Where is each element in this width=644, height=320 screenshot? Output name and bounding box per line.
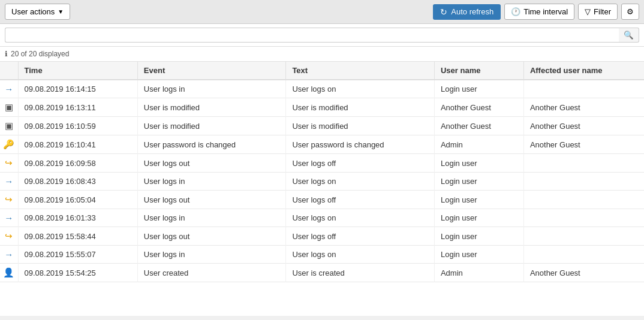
- user-actions-button[interactable]: User actions ▼: [5, 4, 70, 20]
- cell-event: User created: [137, 264, 286, 282]
- auto-refresh-label: Auto refresh: [451, 7, 493, 16]
- gear-icon: ⚙: [627, 7, 634, 16]
- cell-event: User logs in: [137, 80, 286, 98]
- col-affected: Affected user name: [523, 62, 644, 80]
- cell-text: User logs on: [286, 209, 435, 227]
- cell-event: User is modified: [137, 98, 286, 117]
- clock-icon: 🕐: [511, 7, 520, 16]
- filter-label: Filter: [594, 7, 611, 16]
- col-event: Event: [137, 62, 286, 80]
- cell-user: Admin: [434, 135, 523, 154]
- cell-user: Login user: [434, 154, 523, 173]
- cell-user: Login user: [434, 209, 523, 227]
- cell-user: Login user: [434, 80, 523, 98]
- filter-icon: ▽: [585, 7, 591, 16]
- cell-affected: Another Guest: [523, 135, 644, 154]
- search-input[interactable]: [5, 28, 619, 43]
- info-bar: ℹ 20 of 20 displayed: [0, 47, 644, 62]
- cell-affected: Another Guest: [523, 98, 644, 117]
- modified-icon: ▣: [0, 98, 18, 117]
- table-header: Time Event Text User name Affected user …: [0, 62, 644, 80]
- toolbar-right: ↻ Auto refresh 🕐 Time interval ▽ Filter …: [433, 4, 639, 20]
- cell-affected: Another Guest: [523, 117, 644, 135]
- cell-event: User logs in: [137, 246, 286, 264]
- user-actions-label: User actions: [11, 7, 55, 16]
- cell-affected: [523, 80, 644, 98]
- toolbar-left: User actions ▼: [5, 4, 429, 20]
- time-interval-button[interactable]: 🕐 Time interval: [504, 4, 574, 20]
- table-row: ↪ 09.08.2019 16:09:58 User logs out User…: [0, 154, 644, 173]
- cell-text: User password is changed: [286, 135, 435, 154]
- cell-event: User logs out: [137, 191, 286, 209]
- login-icon: →: [0, 209, 18, 227]
- table-row: 👤 09.08.2019 15:54:25 User created User …: [0, 264, 644, 282]
- table-row: ↪ 09.08.2019 16:05:04 User logs out User…: [0, 191, 644, 209]
- table-row: ↪ 09.08.2019 15:58:44 User logs out User…: [0, 227, 644, 246]
- cell-text: User logs off: [286, 191, 435, 209]
- logout-icon: ↪: [0, 227, 18, 246]
- col-text: Text: [286, 62, 435, 80]
- cell-user: Login user: [434, 191, 523, 209]
- table-row: → 09.08.2019 16:01:33 User logs in User …: [0, 209, 644, 227]
- table-row: 🔑 09.08.2019 16:10:41 User password is c…: [0, 135, 644, 154]
- search-icon: 🔍: [624, 31, 634, 40]
- cell-user: Login user: [434, 227, 523, 246]
- filter-button[interactable]: ▽ Filter: [578, 4, 618, 20]
- table-row: → 09.08.2019 16:08:43 User logs in User …: [0, 173, 644, 191]
- cell-time: 09.08.2019 16:13:11: [18, 98, 137, 117]
- cell-time: 09.08.2019 16:10:59: [18, 117, 137, 135]
- cell-time: 09.08.2019 16:08:43: [18, 173, 137, 191]
- password-icon: 🔑: [0, 135, 18, 154]
- cell-event: User logs in: [137, 209, 286, 227]
- cell-text: User logs on: [286, 80, 435, 98]
- login-icon: →: [0, 173, 18, 191]
- cell-event: User logs out: [137, 227, 286, 246]
- cell-time: 09.08.2019 16:05:04: [18, 191, 137, 209]
- table-row: → 09.08.2019 15:55:07 User logs in User …: [0, 246, 644, 264]
- cell-text: User is modified: [286, 98, 435, 117]
- logout-icon: ↪: [0, 154, 18, 173]
- search-bar: 🔍: [0, 24, 644, 47]
- cell-time: 09.08.2019 16:10:41: [18, 135, 137, 154]
- cell-time: 09.08.2019 16:01:33: [18, 209, 137, 227]
- cell-user: Admin: [434, 264, 523, 282]
- display-count: 20 of 20 displayed: [11, 50, 69, 58]
- table-row: → 09.08.2019 16:14:15 User logs in User …: [0, 80, 644, 98]
- cell-time: 09.08.2019 15:58:44: [18, 227, 137, 246]
- cell-event: User is modified: [137, 117, 286, 135]
- cell-user: Login user: [434, 173, 523, 191]
- cell-text: User logs off: [286, 154, 435, 173]
- table-wrapper: Time Event Text User name Affected user …: [0, 62, 644, 316]
- cell-text: User logs on: [286, 246, 435, 264]
- col-user: User name: [434, 62, 523, 80]
- login-icon: →: [0, 246, 18, 264]
- cell-text: User is created: [286, 264, 435, 282]
- auto-refresh-button[interactable]: ↻ Auto refresh: [433, 4, 501, 20]
- cell-time: 09.08.2019 16:14:15: [18, 80, 137, 98]
- cell-affected: [523, 173, 644, 191]
- chevron-down-icon: ▼: [58, 8, 64, 15]
- info-icon: ℹ: [5, 50, 8, 58]
- cell-text: User logs on: [286, 173, 435, 191]
- settings-button[interactable]: ⚙: [621, 4, 639, 20]
- cell-user: Another Guest: [434, 98, 523, 117]
- cell-affected: Another Guest: [523, 264, 644, 282]
- cell-event: User logs in: [137, 173, 286, 191]
- events-table: Time Event Text User name Affected user …: [0, 62, 644, 282]
- login-icon: →: [0, 80, 18, 98]
- cell-affected: [523, 246, 644, 264]
- cell-event: User password is changed: [137, 135, 286, 154]
- created-icon: 👤: [0, 264, 18, 282]
- col-icon: [0, 62, 18, 80]
- col-time: Time: [18, 62, 137, 80]
- cell-event: User logs out: [137, 154, 286, 173]
- cell-time: 09.08.2019 15:55:07: [18, 246, 137, 264]
- cell-text: User logs off: [286, 227, 435, 246]
- cell-time: 09.08.2019 16:09:58: [18, 154, 137, 173]
- search-button[interactable]: 🔍: [619, 28, 639, 43]
- refresh-icon: ↻: [440, 7, 447, 17]
- cell-user: Login user: [434, 246, 523, 264]
- logout-icon: ↪: [0, 191, 18, 209]
- cell-affected: [523, 154, 644, 173]
- cell-user: Another Guest: [434, 117, 523, 135]
